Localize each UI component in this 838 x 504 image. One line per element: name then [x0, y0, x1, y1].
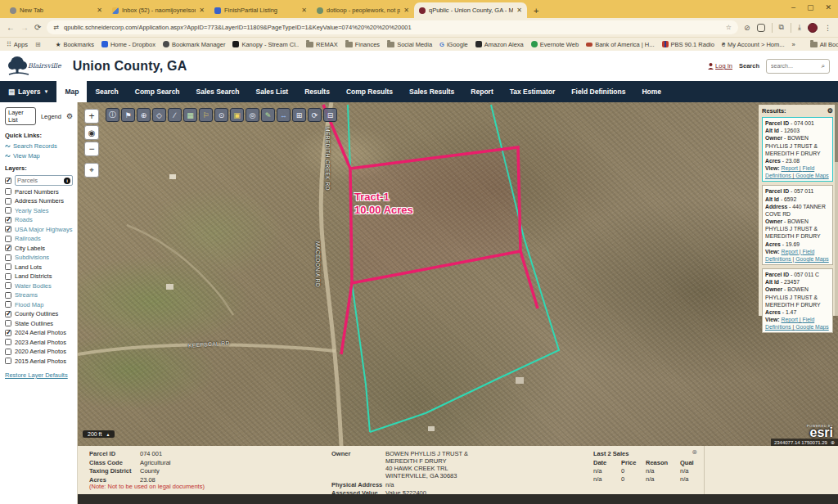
bookmark-pbs[interactable]: PBS 90.1 Radio [662, 41, 714, 48]
google-maps-link[interactable]: Google Maps [791, 324, 829, 330]
header-search-input[interactable] [771, 63, 818, 69]
report-link[interactable]: Report [782, 165, 798, 171]
forward-icon[interactable]: → [20, 23, 29, 32]
new-tab-button[interactable]: + [534, 6, 538, 16]
quick-link-view-map[interactable]: View Map [5, 152, 73, 160]
bookmark-apps[interactable]: ⠿Apps [7, 41, 28, 48]
layer-row-2023-aerial[interactable]: 2023 Aerial Photos [5, 339, 73, 346]
pan-icon[interactable]: ◇ [152, 108, 166, 122]
nav-map[interactable]: Map [56, 81, 87, 102]
report-link[interactable]: Report [782, 317, 798, 322]
nav-tax-estimator[interactable]: Tax Estimator [502, 81, 564, 102]
tab-legend[interactable]: Legend [41, 113, 61, 120]
apps-grid-icon2[interactable]: ⊞ [35, 41, 41, 48]
layer-row-state-outlines[interactable]: State Outlines [5, 320, 73, 327]
nav-comp-search[interactable]: Comp Search [127, 81, 188, 102]
bookmark-igoogle[interactable]: GiGoogle [439, 41, 468, 48]
site-settings-icon[interactable]: ⇄ [53, 24, 59, 31]
checkbox-checked[interactable] [5, 226, 11, 232]
bookmark-social-folder[interactable]: Social Media [387, 41, 432, 48]
tab-close-icon[interactable]: ✕ [301, 7, 307, 14]
google-maps-link[interactable]: Google Maps [791, 173, 829, 178]
nav-report[interactable]: Report [462, 81, 501, 102]
bookmark-alexa[interactable]: Amazon Alexa [475, 41, 524, 48]
results-scrollbar[interactable] [835, 105, 838, 316]
tab-finishpartial[interactable]: FinishPartial Listing ✕ [210, 2, 312, 18]
checkbox-checked[interactable] [5, 245, 11, 251]
map-canvas[interactable]: + ◉ − ⌖ ⓘ ⚑ ⊕ ◇ ∕ ▦ ⚐ ⊙ ▣ ◎ ✎ ↔ ⊞ ⟳ ⊟ Tr… [78, 102, 838, 446]
sidebar-gear-icon[interactable]: ⚙ [66, 112, 73, 120]
checkbox-checked[interactable] [5, 178, 11, 184]
content-blocked-icon[interactable]: ⊘ [744, 24, 750, 32]
profile-avatar[interactable] [808, 23, 818, 33]
tab-close-icon[interactable]: ✕ [199, 7, 205, 14]
layer-row-city-labels[interactable]: City Labels [5, 245, 73, 252]
bookmarks-overflow-icon[interactable]: » [791, 41, 795, 48]
layer-row-subdivisions[interactable]: Subdivisions [5, 254, 73, 261]
overview-icon[interactable]: ⊞ [292, 108, 306, 122]
nav-field-definitions[interactable]: Field Definitions [563, 81, 633, 102]
restore-layer-defaults-link[interactable]: Restore Layer Defaults [5, 371, 68, 379]
draw-icon[interactable]: ✎ [261, 108, 275, 122]
result-card-057-011[interactable]: Parcel ID057 011 Alt Id6592 Address440 T… [762, 185, 833, 265]
checkbox[interactable] [5, 273, 11, 280]
checkbox[interactable] [5, 207, 11, 214]
checkbox[interactable] [5, 263, 11, 270]
extension-icon[interactable] [757, 24, 765, 32]
tab-qpublic-active[interactable]: qPublic - Union County, GA - M ✕ [414, 2, 527, 18]
tab-close-icon[interactable]: ✕ [516, 7, 522, 14]
nav-home[interactable]: Home [633, 81, 669, 102]
measure-icon[interactable]: ∕ [168, 108, 182, 122]
zoom-out-button[interactable]: − [84, 142, 99, 156]
back-icon[interactable]: ← [7, 23, 15, 32]
bookmark-kanopy[interactable]: Kanopy - Stream Cl.. [232, 41, 299, 48]
bookmark-star-icon[interactable]: ☆ [726, 24, 732, 31]
save-icon[interactable]: ⊟ [323, 108, 337, 122]
query-icon[interactable]: ◎ [246, 108, 259, 122]
checkbox[interactable] [5, 282, 11, 289]
login-link[interactable]: Log In [708, 62, 732, 70]
bookmark-myaccount[interactable]: ₴My Account > Hom... [722, 41, 785, 48]
report-link[interactable]: Report [782, 249, 798, 254]
map-scale[interactable]: 200 ft▲ [83, 430, 115, 438]
layer-row-flood-map[interactable]: Flood Map [5, 301, 73, 308]
tab-inbox[interactable]: Inbox (52) - naomijoynelson@ ✕ [107, 2, 210, 18]
downloads-icon[interactable]: ⤓ [798, 23, 801, 32]
print-map-icon[interactable]: ▣ [230, 108, 244, 122]
checkbox[interactable] [5, 358, 11, 364]
layer-row-usa-major-highways[interactable]: USA Major Highways [5, 226, 73, 233]
tab-search-icon[interactable]: ⧉ [779, 23, 784, 32]
checkbox[interactable] [5, 301, 11, 308]
checkbox[interactable] [5, 349, 11, 355]
nav-search[interactable]: Search [87, 81, 126, 102]
image-export-icon[interactable]: ▦ [183, 108, 197, 122]
window-minimize-icon[interactable]: – [791, 3, 795, 11]
tab-close-icon[interactable]: ✕ [97, 7, 102, 14]
nav-results[interactable]: Results [296, 81, 338, 102]
flag-icon[interactable]: ⚑ [121, 108, 135, 122]
zoom-select-icon[interactable]: ⊕ [137, 108, 151, 122]
move-icon[interactable]: ↔ [277, 108, 291, 122]
bookmark-remax-folder[interactable]: REMAX [306, 41, 338, 48]
layer-row-land-districts[interactable]: Land Districts [5, 272, 73, 280]
all-bookmarks[interactable]: All Bookmarks [810, 41, 838, 48]
nav-sales-search[interactable]: Sales Search [188, 81, 248, 102]
checkbox-checked[interactable] [5, 311, 11, 317]
marker-icon[interactable]: ⚐ [199, 108, 213, 122]
bookmark-bookmarks[interactable]: ★Bookmarks [56, 41, 94, 48]
layer-row-parcels[interactable]: Parcelsi [5, 175, 73, 186]
identify-icon[interactable]: ⓘ [106, 108, 119, 122]
tab-dotloop[interactable]: dotloop - peoplework, not pap ✕ [312, 2, 414, 18]
layer-row-2024-aerial[interactable]: 2024 Aerial Photos [5, 329, 73, 336]
layer-row-yearly-sales[interactable]: Yearly Sales [5, 207, 73, 214]
window-close-icon[interactable]: ✕ [825, 3, 831, 11]
layer-row-county-outlines[interactable]: County Outlines [5, 310, 73, 317]
bookmark-bofa[interactable]: Bank of America | H... [586, 41, 654, 48]
bookmark-dropbox[interactable]: Home - Dropbox [101, 41, 155, 48]
quick-link-search-records[interactable]: Search Records [5, 142, 73, 150]
tab-new-tab[interactable]: New Tab ✕ [5, 2, 107, 18]
layer-row-railroads[interactable]: Railroads [5, 235, 73, 242]
checkbox[interactable] [5, 198, 11, 205]
coordinate-target-icon[interactable]: ⊕ [831, 439, 835, 445]
bookmark-evernote[interactable]: Evernote Web [531, 41, 579, 48]
